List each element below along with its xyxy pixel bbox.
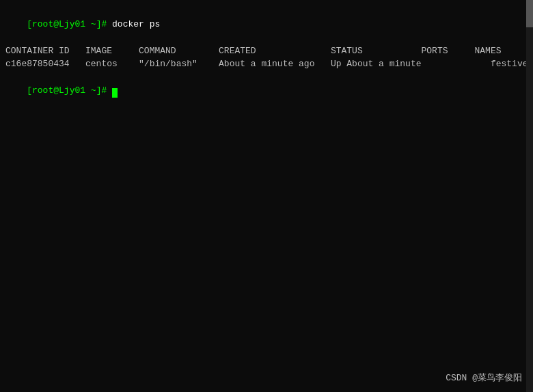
watermark: CSDN @菜鸟李俊阳 (446, 372, 522, 384)
prompt-2: [root@Ljy01 ~]# (27, 85, 112, 96)
cursor (112, 88, 118, 98)
prompt-line: [root@Ljy01 ~]# (5, 71, 528, 111)
command-text: docker ps (112, 19, 160, 29)
terminal-window[interactable]: [root@Ljy01 ~]# docker ps CONTAINER ID I… (0, 0, 533, 392)
prompt-1: [root@Ljy01 ~]# (27, 19, 112, 29)
scrollbar[interactable] (526, 0, 533, 392)
table-row: c16e87850434 centos "/bin/bash" About a … (5, 57, 528, 71)
command-line: [root@Ljy01 ~]# docker ps (5, 4, 528, 44)
table-header: CONTAINER ID IMAGE COMMAND CREATED STATU… (5, 44, 528, 58)
scrollbar-thumb[interactable] (526, 0, 533, 27)
